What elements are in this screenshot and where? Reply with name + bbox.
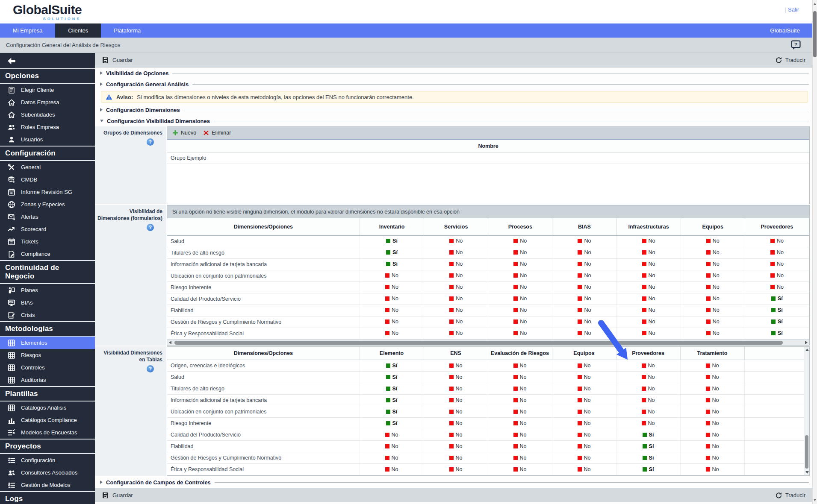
- visibility-cell[interactable]: No: [488, 293, 552, 305]
- visibility-cell[interactable]: No: [552, 360, 616, 372]
- visibility-cell[interactable]: No: [488, 235, 552, 247]
- sidebar-item-planes[interactable]: Planes: [0, 284, 95, 296]
- help-circle-icon[interactable]: ?: [147, 224, 154, 231]
- visibility-cell[interactable]: No: [616, 360, 680, 372]
- visibility-cell[interactable]: No: [745, 235, 809, 247]
- visibility-cell[interactable]: No: [552, 452, 616, 464]
- scroll-up-icon[interactable]: [805, 349, 809, 351]
- visibility-cell[interactable]: No: [616, 328, 681, 339]
- visibility-cell[interactable]: No: [424, 372, 488, 383]
- scrollbar-thumb[interactable]: [813, 11, 817, 57]
- page-scrollbar[interactable]: [812, 0, 817, 504]
- visibility-cell[interactable]: No: [680, 372, 744, 383]
- visibility-cell[interactable]: No: [552, 235, 616, 247]
- nav-tab-mi-empresa[interactable]: Mi Empresa: [0, 23, 55, 38]
- visibility-cell[interactable]: Sí: [616, 464, 680, 475]
- visibility-cell[interactable]: No: [424, 383, 488, 395]
- visibility-cell[interactable]: No: [745, 270, 809, 281]
- visibility-cell[interactable]: No: [360, 316, 424, 328]
- sidebar-item-roles-empresa[interactable]: Roles Empresa: [0, 121, 95, 133]
- sidebar-item-modelos-de-encuestas[interactable]: Modelos de Encuestas: [0, 426, 95, 439]
- sidebar-item-scorecard[interactable]: Scorecard: [0, 223, 95, 235]
- visibility-cell[interactable]: No: [424, 429, 488, 441]
- visibility-cell[interactable]: No: [616, 383, 680, 395]
- visibility-cell[interactable]: Sí: [616, 429, 680, 441]
- visibility-cell[interactable]: Sí: [360, 235, 424, 247]
- sidebar-item-catalogos-analisis[interactable]: Catálogos Análisis: [0, 401, 95, 414]
- visibility-cell[interactable]: No: [745, 258, 809, 270]
- visibility-cell[interactable]: No: [360, 328, 424, 339]
- nav-tab-clientes[interactable]: Clientes: [55, 23, 101, 38]
- visibility-cell[interactable]: No: [360, 464, 424, 475]
- visibility-cell[interactable]: No: [681, 247, 745, 258]
- scroll-down-icon[interactable]: [814, 499, 816, 501]
- vertical-scrollbar[interactable]: [804, 347, 809, 476]
- visibility-cell[interactable]: No: [552, 281, 616, 293]
- sidebar-item-subentidades[interactable]: Subentidades: [0, 108, 95, 121]
- sidebar-item-elementos[interactable]: Elementos: [0, 337, 95, 349]
- scroll-right-icon[interactable]: [805, 341, 808, 344]
- visibility-cell[interactable]: No: [680, 360, 744, 372]
- visibility-cell[interactable]: Sí: [745, 305, 809, 316]
- visibility-cell[interactable]: No: [424, 258, 488, 270]
- visibility-cell[interactable]: No: [552, 395, 616, 406]
- visibility-cell[interactable]: No: [424, 395, 488, 406]
- visibility-cell[interactable]: No: [616, 406, 680, 418]
- visibility-cell[interactable]: No: [680, 395, 744, 406]
- sidebar-item-general[interactable]: General: [0, 161, 95, 173]
- visibility-cell[interactable]: No: [488, 328, 552, 339]
- scroll-down-icon[interactable]: [805, 471, 809, 474]
- visibility-cell[interactable]: No: [424, 316, 488, 328]
- visibility-cell[interactable]: No: [616, 395, 680, 406]
- visibility-cell[interactable]: No: [488, 281, 552, 293]
- visibility-cell[interactable]: No: [424, 452, 488, 464]
- sidebar-item-elegir-cliente[interactable]: Elegir Cliente: [0, 84, 95, 96]
- visibility-cell[interactable]: No: [616, 418, 680, 429]
- visibility-cell[interactable]: No: [488, 372, 552, 383]
- scroll-left-icon[interactable]: [169, 341, 171, 344]
- sidebar-item-catalogos-compliance[interactable]: Catálogos Compliance: [0, 414, 95, 426]
- visibility-cell[interactable]: No: [745, 281, 809, 293]
- sidebar-item-cmdb[interactable]: CMDB: [0, 173, 95, 186]
- help-circle-icon[interactable]: ?: [147, 365, 154, 372]
- visibility-cell[interactable]: No: [424, 441, 488, 452]
- sidebar-item-tickets[interactable]: Tickets: [0, 235, 95, 248]
- visibility-cell[interactable]: No: [745, 247, 809, 258]
- visibility-cell[interactable]: No: [488, 441, 552, 452]
- visibility-cell[interactable]: No: [680, 452, 744, 464]
- visibility-cell[interactable]: Sí: [360, 360, 424, 372]
- visibility-cell[interactable]: No: [360, 305, 424, 316]
- visibility-cell[interactable]: Sí: [745, 328, 809, 339]
- sidebar-item-usuarios[interactable]: Usuarios: [0, 133, 95, 146]
- visibility-cell[interactable]: No: [616, 270, 681, 281]
- visibility-cell[interactable]: No: [552, 305, 616, 316]
- sidebar-item-alertas[interactable]: Alertas: [0, 211, 95, 223]
- scroll-up-icon[interactable]: [814, 3, 816, 5]
- visibility-cell[interactable]: No: [424, 235, 488, 247]
- visibility-cell[interactable]: No: [424, 281, 488, 293]
- nav-tab-plataforma[interactable]: Plataforma: [101, 23, 153, 38]
- visibility-cell[interactable]: No: [360, 429, 424, 441]
- sidebar-item-controles[interactable]: Controles: [0, 361, 95, 374]
- visibility-cell[interactable]: No: [681, 235, 745, 247]
- visibility-cell[interactable]: No: [488, 418, 552, 429]
- visibility-cell[interactable]: No: [360, 441, 424, 452]
- help-circle-icon[interactable]: ?: [147, 138, 154, 146]
- sidebar-item-informe-revision-sg[interactable]: Informe Revisión SG: [0, 186, 95, 198]
- visibility-cell[interactable]: No: [424, 328, 488, 339]
- delete-group-button[interactable]: Eliminar: [203, 130, 231, 136]
- visibility-cell[interactable]: No: [488, 270, 552, 281]
- visibility-cell[interactable]: No: [680, 441, 744, 452]
- visibility-cell[interactable]: Sí: [360, 247, 424, 258]
- visibility-cell[interactable]: No: [424, 305, 488, 316]
- group-row[interactable]: Grupo Ejemplo: [167, 152, 809, 164]
- visibility-cell[interactable]: Sí: [616, 452, 680, 464]
- sidebar-item-configuracion[interactable]: Configuración: [0, 454, 95, 466]
- sidebar-item-compliance[interactable]: Compliance: [0, 248, 95, 260]
- visibility-cell[interactable]: No: [680, 464, 744, 475]
- visibility-cell[interactable]: No: [488, 316, 552, 328]
- visibility-cell[interactable]: No: [488, 360, 552, 372]
- visibility-cell[interactable]: No: [488, 305, 552, 316]
- visibility-cell[interactable]: No: [681, 293, 745, 305]
- visibility-cell[interactable]: No: [552, 316, 616, 328]
